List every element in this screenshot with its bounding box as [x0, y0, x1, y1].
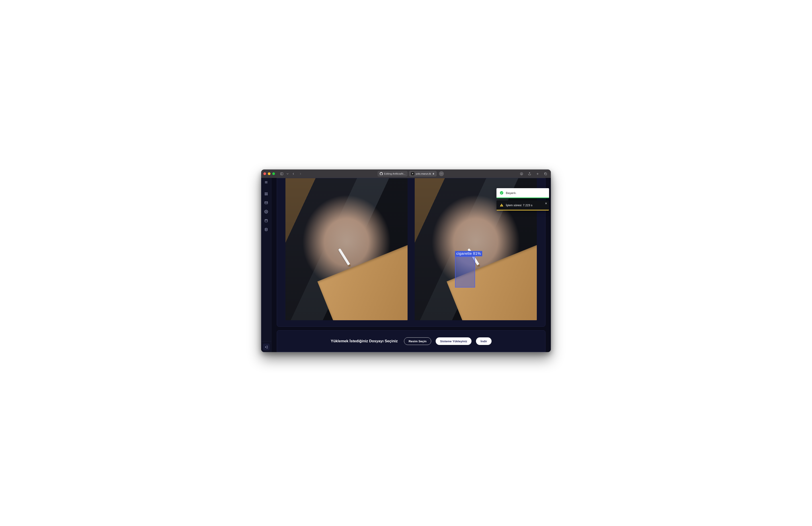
window-fullscreen-button[interactable] — [272, 172, 275, 175]
menu-icon[interactable] — [264, 180, 268, 184]
nav-forward-icon[interactable] — [297, 171, 304, 176]
svg-point-19 — [266, 211, 266, 212]
svg-rect-10 — [545, 173, 547, 175]
toast-success: Başarılı. — [496, 188, 549, 198]
chevron-down-icon[interactable] — [286, 171, 289, 176]
detection-box — [455, 256, 475, 287]
toast-stack: Başarılı. İşlem süresi: 7.223 s ✕ — [496, 188, 549, 210]
tab-title: yolo.marun.tk — [416, 172, 431, 175]
upload-actions-card: Yüklemek İstediğiniz Dosyayı Seçiniz Res… — [277, 330, 546, 352]
close-icon[interactable]: ✕ — [545, 202, 547, 205]
original-image — [286, 178, 408, 320]
svg-rect-16 — [265, 194, 266, 195]
svg-rect-20 — [265, 219, 267, 222]
svg-point-3 — [441, 174, 442, 174]
browser-titlebar: Editing ArtificialN... ✕ yolo.marun.tk — [261, 169, 551, 178]
svg-rect-0 — [280, 172, 283, 175]
upload-heading: Yüklemek İstediğiniz Dosyayı Seçiniz — [331, 339, 397, 343]
svg-rect-17 — [266, 194, 267, 195]
sidebar-toggle-icon[interactable] — [278, 171, 285, 176]
svg-rect-27 — [502, 205, 502, 206]
github-icon — [380, 172, 383, 175]
browser-window: Editing ArtificialN... ✕ yolo.marun.tk — [261, 169, 551, 352]
window-controls — [263, 172, 275, 175]
share-icon[interactable] — [526, 171, 533, 176]
download-button[interactable]: İndir — [476, 337, 491, 345]
svg-point-2 — [440, 174, 441, 174]
check-circle-icon — [499, 191, 504, 195]
new-tab-icon[interactable] — [534, 171, 540, 176]
choose-image-button[interactable]: Resim Seçin — [404, 337, 431, 345]
toast-duration: İşlem süresi: 7.223 s ✕ — [496, 200, 549, 210]
browser-tab[interactable]: Editing ArtificialN... — [377, 171, 408, 177]
upload-button[interactable]: Sisteme Yükleyiniz — [436, 337, 472, 345]
page-icon: ✕ — [411, 172, 414, 175]
detection-label: cigarette 81% — [455, 251, 482, 256]
privacy-report-icon[interactable] — [439, 171, 444, 176]
svg-point-4 — [442, 174, 443, 174]
logout-icon[interactable] — [263, 344, 270, 350]
window-close-button[interactable] — [263, 172, 266, 175]
window-minimize-button[interactable] — [268, 172, 271, 175]
downloads-icon[interactable] — [518, 171, 524, 176]
browser-tabs: Editing ArtificialN... ✕ yolo.marun.tk — [307, 171, 515, 177]
app-sidebar — [261, 178, 272, 352]
svg-point-26 — [500, 191, 503, 195]
tab-title: Editing ArtificialN... — [384, 172, 406, 175]
warning-icon — [499, 203, 504, 207]
grid-icon[interactable] — [264, 192, 268, 196]
svg-rect-28 — [502, 206, 502, 206]
browser-tab-active[interactable]: ✕ yolo.marun.tk — [409, 171, 437, 177]
settings-icon[interactable] — [264, 210, 268, 213]
lock-icon — [432, 172, 435, 175]
toast-duration-text: İşlem süresi: 7.223 s — [506, 204, 532, 207]
nav-back-icon[interactable] — [290, 171, 296, 176]
calendar-icon[interactable] — [264, 219, 268, 223]
tab-overview-icon[interactable] — [542, 171, 549, 176]
svg-rect-14 — [265, 192, 266, 193]
page-viewport: cigarette 81% Yüklemek İstediğiniz Dosya… — [261, 178, 551, 352]
svg-point-24 — [265, 228, 267, 229]
svg-rect-15 — [266, 192, 267, 193]
mail-icon[interactable] — [264, 201, 268, 205]
database-icon[interactable] — [264, 227, 268, 231]
toast-success-text: Başarılı. — [506, 191, 517, 195]
